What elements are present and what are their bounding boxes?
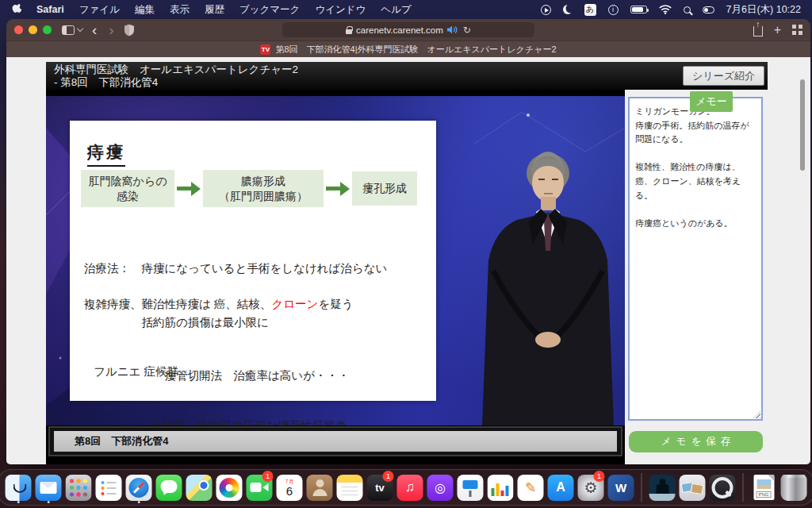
control-center-icon[interactable] bbox=[703, 6, 714, 13]
slide-fournier-block: フルニエ 症候群 会陰部、外陰部の広範な壊死性筋膜炎 bbox=[94, 327, 347, 425]
notification-badge: 1 bbox=[383, 471, 394, 482]
video-header: 外科専門医試験 オールエキスパートレクチャー2 - 第8回 下部消化管4 シリー… bbox=[46, 62, 768, 90]
podcasts-icon: ◎ bbox=[427, 475, 454, 501]
dock-item-png-file[interactable]: PNG bbox=[750, 471, 778, 504]
chevron-down-icon[interactable] bbox=[77, 25, 83, 32]
numbers-icon bbox=[488, 475, 514, 501]
now-playing-icon[interactable] bbox=[541, 5, 551, 15]
dock-item-safari[interactable] bbox=[125, 471, 153, 504]
menu-app-name[interactable]: Safari bbox=[36, 4, 64, 15]
apple-menu-icon[interactable] bbox=[11, 4, 21, 16]
dock-item-reminders[interactable] bbox=[95, 471, 123, 504]
sidebar-toggle-icon[interactable] bbox=[62, 25, 75, 35]
address-bar[interactable]: carenetv.carenet.com ↻ bbox=[282, 22, 534, 37]
status-circle-icon[interactable]: i bbox=[608, 5, 619, 15]
url-text: carenetv.carenet.com bbox=[356, 25, 443, 35]
safari-icon bbox=[126, 475, 152, 501]
wifi-icon[interactable] bbox=[659, 5, 672, 14]
spotlight-search-icon[interactable] bbox=[684, 6, 691, 13]
menu-bookmarks[interactable]: ブックマーク bbox=[239, 3, 300, 17]
dock-item-apple-tv[interactable]: 1tv bbox=[366, 471, 394, 504]
share-icon[interactable] bbox=[753, 26, 763, 37]
dock-item-podcasts[interactable]: ◎ bbox=[427, 471, 454, 504]
dock-item-calendar[interactable]: 7月6 bbox=[276, 471, 304, 504]
menu-help[interactable]: ヘルプ bbox=[381, 3, 411, 17]
menu-clock[interactable]: 7月6日(木) 10:22 bbox=[726, 3, 801, 17]
dock-item-photo-booth[interactable] bbox=[679, 471, 707, 504]
slide-flow-diagram: 肛門陰窩からの 感染 膿瘍形成 （肛門周囲膿瘍） 瘻孔形成 bbox=[81, 170, 417, 207]
menu-view[interactable]: 表示 bbox=[170, 3, 190, 17]
dock-item-numbers[interactable] bbox=[487, 471, 515, 504]
flow-arrow-icon bbox=[174, 179, 203, 199]
tab-title: 第8回 下部消化管4|外科専門医試験 オールエキスパートレクチャー2 bbox=[275, 44, 556, 56]
dock-item-launchpad[interactable] bbox=[65, 471, 93, 504]
site-favicon: TV bbox=[260, 44, 270, 55]
dock: 1 7月6 1tv ♫ ◎ ✎ A 1⚙ W PNG bbox=[0, 469, 812, 506]
mail-icon bbox=[36, 475, 62, 501]
video-player[interactable]: 痔瘻 肛門陰窩からの 感染 膿瘍形成 （肛門周囲膿瘍） bbox=[46, 90, 625, 464]
minimize-window-button[interactable] bbox=[29, 25, 37, 34]
treatment-line-1: 治療法： 痔瘻になっていると手術をしなければ治らない bbox=[84, 260, 387, 278]
reload-icon[interactable]: ↻ bbox=[463, 25, 471, 36]
red-highlight-text: クローン bbox=[271, 298, 318, 310]
audio-playing-icon[interactable] bbox=[447, 25, 458, 34]
reminders-icon bbox=[96, 475, 122, 501]
menu-edit[interactable]: 編集 bbox=[135, 3, 155, 17]
dock-item-keynote[interactable] bbox=[457, 471, 485, 504]
episode-bar[interactable]: 第8回 下部消化管4 bbox=[54, 431, 617, 452]
keynote-icon bbox=[458, 475, 484, 501]
fournier-line-2: 会陰部、外陰部の広範な壊死性筋膜炎 bbox=[94, 417, 347, 426]
video-bottom-bar: 第8回 下部消化管4 bbox=[48, 426, 622, 456]
dock-item-maps[interactable] bbox=[186, 471, 213, 504]
focus-moon-icon[interactable] bbox=[563, 5, 573, 14]
zoom-window-button[interactable] bbox=[43, 25, 52, 34]
back-button[interactable]: ‹ bbox=[90, 22, 99, 37]
forward-button[interactable]: › bbox=[106, 22, 116, 37]
series-info-button[interactable]: シリーズ紹介 bbox=[683, 66, 764, 86]
slide-title: 痔瘻 bbox=[87, 141, 125, 167]
input-method-icon[interactable]: あ bbox=[584, 4, 596, 16]
save-memo-button[interactable]: メモを保存 bbox=[629, 431, 763, 452]
privacy-shield-icon[interactable] bbox=[124, 24, 135, 37]
screen: Safari ファイル 編集 表示 履歴 ブックマーク ウインドウ ヘルプ あ … bbox=[0, 0, 812, 508]
notification-badge: 1 bbox=[594, 471, 605, 482]
dock-item-pages[interactable]: ✎ bbox=[517, 471, 545, 504]
dock-item-mail[interactable] bbox=[35, 471, 63, 504]
menu-window[interactable]: ウインドウ bbox=[315, 3, 366, 17]
calendar-icon: 7月6 bbox=[277, 475, 303, 501]
contacts-icon bbox=[307, 475, 333, 501]
video-title-line1: 外科専門医試験 オールエキスパートレクチャー2 bbox=[54, 64, 768, 76]
menu-bar: Safari ファイル 編集 表示 履歴 ブックマーク ウインドウ ヘルプ あ … bbox=[0, 0, 812, 19]
dock-item-notes[interactable] bbox=[336, 471, 364, 504]
battery-icon[interactable] bbox=[630, 6, 647, 13]
dock-item-facetime[interactable]: 1 bbox=[246, 471, 274, 504]
app-store-icon: A bbox=[548, 475, 574, 501]
new-tab-icon[interactable]: + bbox=[774, 24, 781, 37]
flow-box-infection: 肛門陰窩からの 感染 bbox=[81, 170, 174, 207]
fournier-line-1: フルニエ 症候群 bbox=[94, 363, 347, 381]
menu-history[interactable]: 履歴 bbox=[205, 3, 224, 17]
dock-item-trash[interactable] bbox=[780, 471, 808, 504]
dock-item-quicktime[interactable] bbox=[709, 471, 737, 504]
video-stage: 痔瘻 肛門陰窩からの 感染 膿瘍形成 （肛門周囲膿瘍） bbox=[46, 96, 625, 425]
tab-overview-icon[interactable] bbox=[792, 25, 802, 35]
quicktime-icon bbox=[710, 475, 736, 501]
kindle-icon bbox=[649, 475, 676, 501]
music-icon: ♫ bbox=[397, 475, 423, 501]
dock-item-system-settings[interactable]: 1⚙ bbox=[577, 471, 605, 504]
dock-item-contacts[interactable] bbox=[306, 471, 334, 504]
dock-item-photos[interactable] bbox=[216, 471, 243, 504]
memo-tab[interactable]: メモー bbox=[690, 91, 733, 112]
dock-item-app-store[interactable]: A bbox=[547, 471, 575, 504]
dock-item-music[interactable]: ♫ bbox=[396, 471, 424, 504]
memo-textarea[interactable]: ミリガンモーガン。 痔瘻の手術。括約筋の温存が問題になる。 複雑性、難治性の痔瘻… bbox=[628, 97, 763, 421]
dock-item-kindle[interactable] bbox=[649, 471, 676, 504]
dock-item-messages[interactable] bbox=[155, 471, 183, 504]
dock-item-word[interactable]: W bbox=[607, 471, 635, 504]
notes-icon bbox=[337, 475, 363, 501]
page-scrollbar-thumb[interactable] bbox=[800, 79, 805, 171]
tab-bar[interactable]: TV 第8回 下部消化管4|外科専門医試験 オールエキスパートレクチャー2 bbox=[6, 40, 810, 57]
dock-item-finder[interactable] bbox=[5, 471, 33, 504]
menu-file[interactable]: ファイル bbox=[79, 3, 120, 17]
close-window-button[interactable] bbox=[14, 25, 23, 34]
